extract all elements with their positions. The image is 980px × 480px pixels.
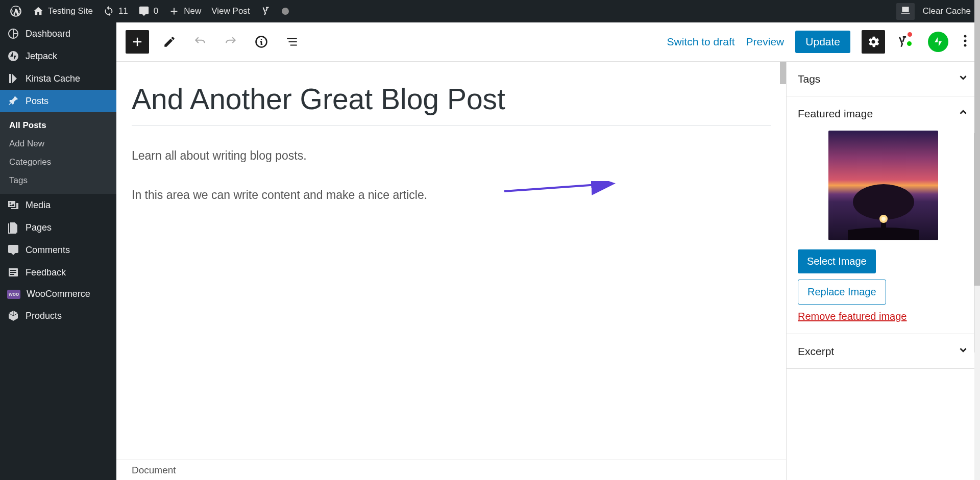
plus-icon — [168, 6, 180, 17]
comment-icon — [138, 6, 150, 17]
sidebar-kinsta[interactable]: Kinsta Cache — [0, 67, 116, 90]
post-paragraph-2[interactable]: In this area we can write content and ma… — [132, 186, 771, 204]
submenu-tags[interactable]: Tags — [0, 171, 116, 190]
admin-toolbar: Testing Site 11 0 New View Post Clear Ca… — [0, 0, 980, 22]
sidebar-pages[interactable]: Pages — [0, 216, 116, 239]
comments-count: 0 — [154, 6, 158, 16]
grey-dot-icon — [282, 8, 289, 15]
add-block-button[interactable] — [126, 30, 149, 54]
panel-featured-image: Featured image Select Image Replace Imag… — [787, 96, 980, 334]
featured-image-thumbnail[interactable] — [828, 131, 938, 240]
remove-featured-link[interactable]: Remove featured image — [798, 311, 906, 322]
view-post[interactable]: View Post — [206, 0, 255, 22]
replace-image-button[interactable]: Replace Image — [798, 280, 886, 305]
update-icon — [103, 6, 114, 17]
editor-toolbar: Switch to draft Preview Update — [116, 22, 980, 62]
media-icon — [7, 199, 19, 211]
annotation-arrow — [504, 181, 622, 196]
clear-cache-text: Clear Cache — [923, 6, 971, 16]
yoast-panel-button[interactable] — [896, 32, 917, 52]
chevron-down-icon — [958, 344, 969, 358]
redo-button[interactable] — [220, 32, 241, 52]
sidebar-posts[interactable]: Posts — [0, 90, 116, 112]
jetpack-icon — [7, 50, 19, 62]
sidebar-jetpack[interactable]: Jetpack — [0, 45, 116, 67]
undo-button[interactable] — [190, 32, 210, 52]
page-scrollbar-thumb[interactable] — [974, 0, 980, 286]
sidebar-label: Jetpack — [26, 51, 57, 62]
sidebar-media[interactable]: Media — [0, 194, 116, 216]
comments[interactable]: 0 — [133, 0, 163, 22]
view-post-text: View Post — [211, 6, 250, 16]
panel-tags-header[interactable]: Tags — [787, 62, 980, 96]
sidebar-label: Kinsta Cache — [26, 73, 80, 84]
post-title[interactable]: And Another Great Blog Post — [132, 82, 771, 125]
wordpress-icon — [9, 5, 22, 18]
comments-icon — [7, 244, 19, 256]
site-name[interactable]: Testing Site — [28, 0, 98, 22]
submenu-all-posts[interactable]: All Posts — [0, 116, 116, 135]
sidebar-label: Comments — [26, 245, 70, 256]
sidebar-products[interactable]: Products — [0, 305, 116, 327]
more-options-button[interactable] — [960, 34, 971, 49]
status-dot[interactable] — [277, 0, 294, 22]
settings-panel: Tags Featured image Select Image Replace… — [786, 62, 980, 480]
svg-point-4 — [964, 35, 967, 38]
new-content[interactable]: New — [163, 0, 206, 22]
chevron-up-icon — [958, 107, 969, 120]
switch-draft-button[interactable]: Switch to draft — [667, 36, 735, 48]
sidebar-label: Posts — [26, 96, 48, 107]
editor-main: Switch to draft Preview Update And Anoth… — [116, 22, 980, 480]
pages-icon — [7, 221, 19, 234]
sidebar-comments[interactable]: Comments — [0, 239, 116, 261]
jetpack-panel-button[interactable] — [928, 32, 948, 52]
sidebar-feedback[interactable]: Feedback — [0, 261, 116, 284]
sidebar-label: Products — [26, 311, 62, 321]
cache-item[interactable]: Clear Cache — [891, 0, 976, 22]
svg-point-6 — [964, 44, 967, 47]
sidebar-woocommerce[interactable]: wooWooCommerce — [0, 284, 116, 305]
panel-featured-header[interactable]: Featured image — [787, 96, 980, 131]
yoast-bar[interactable] — [255, 0, 277, 22]
sidebar-label: Feedback — [26, 267, 66, 278]
updates-count: 11 — [118, 6, 128, 16]
info-button[interactable] — [251, 32, 272, 52]
svg-point-8 — [853, 184, 914, 220]
sidebar-label: Media — [26, 200, 51, 211]
panel-excerpt-header[interactable]: Excerpt — [787, 334, 980, 368]
panel-excerpt: Excerpt — [787, 334, 980, 369]
chevron-down-icon — [958, 72, 969, 86]
update-button[interactable]: Update — [795, 31, 850, 53]
posts-submenu: All Posts Add New Categories Tags — [0, 112, 116, 194]
outline-button[interactable] — [282, 32, 302, 52]
svg-point-0 — [8, 51, 18, 61]
canvas-scrollbar[interactable] — [780, 62, 786, 84]
post-paragraph-1[interactable]: Learn all about writing blog posts. — [132, 147, 771, 165]
page-scrollbar-track[interactable] — [974, 0, 980, 480]
admin-sidebar: Dashboard Jetpack Kinsta Cache Posts All… — [0, 22, 116, 480]
settings-button[interactable] — [862, 30, 885, 54]
editor-breadcrumb[interactable]: Document — [116, 460, 786, 480]
select-image-button[interactable]: Select Image — [798, 249, 876, 273]
feedback-icon — [7, 266, 19, 279]
svg-point-5 — [964, 40, 967, 42]
monitor-icon — [896, 3, 915, 20]
svg-line-7 — [504, 184, 611, 191]
products-icon — [7, 310, 19, 322]
preview-button[interactable]: Preview — [746, 36, 785, 48]
updates[interactable]: 11 — [98, 0, 133, 22]
edit-mode-button[interactable] — [159, 32, 180, 52]
wp-logo[interactable] — [4, 0, 28, 22]
sidebar-dashboard[interactable]: Dashboard — [0, 22, 116, 45]
kinsta-icon — [7, 72, 19, 85]
svg-point-1 — [10, 203, 11, 204]
submenu-add-new[interactable]: Add New — [0, 135, 116, 153]
svg-point-11 — [881, 217, 886, 221]
yoast-icon — [260, 6, 272, 17]
editor-canvas[interactable]: And Another Great Blog Post Learn all ab… — [116, 62, 786, 480]
submenu-categories[interactable]: Categories — [0, 153, 116, 171]
dashboard-icon — [7, 28, 19, 40]
sidebar-label: Dashboard — [26, 29, 70, 39]
panel-tags: Tags — [787, 62, 980, 96]
sidebar-label: WooCommerce — [27, 289, 90, 299]
